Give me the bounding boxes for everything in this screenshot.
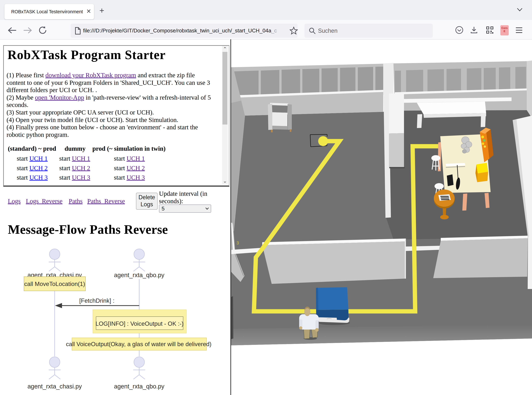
svg-text:[FetchDrink] :: [FetchDrink] : [79, 297, 114, 304]
svg-text:call MoveToLocation(1): call MoveToLocation(1) [24, 281, 85, 287]
svg-text:LOG[INFO] : VoiceOutput - OK :: LOG[INFO] : VoiceOutput - OK :-) [95, 320, 184, 327]
svg-text:3: 3 [236, 241, 239, 245]
svg-text:agent_rxta_qbo.py: agent_rxta_qbo.py [114, 272, 164, 279]
svg-text:agent_rxta_qbo.py: agent_rxta_qbo.py [114, 383, 164, 390]
svg-text:call VoiceOutput(Okay, a glas: call VoiceOutput(Okay, a glas of water w… [66, 341, 211, 347]
svg-text:agent_rxta_chasi.py: agent_rxta_chasi.py [28, 383, 82, 390]
